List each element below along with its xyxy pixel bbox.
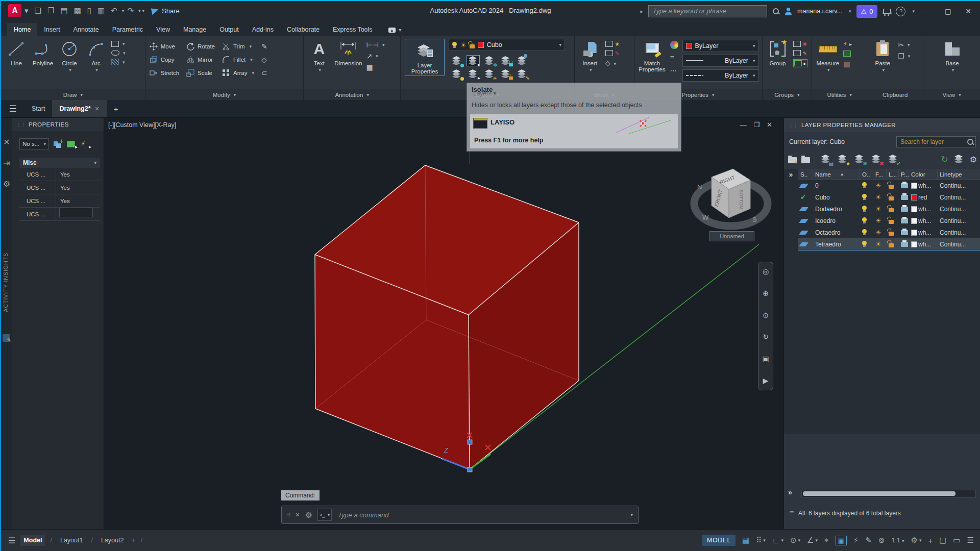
signed-in-user[interactable]: mariana.i.carv... <box>797 8 842 15</box>
arc-button[interactable]: Arc ▾ <box>85 39 107 72</box>
help-search-input[interactable] <box>648 5 767 17</box>
hatch-button[interactable]: ▾ <box>111 59 126 65</box>
status-menu-icon[interactable]: ☰ <box>967 536 974 545</box>
undo-icon[interactable]: ↶ <box>111 6 117 15</box>
command-line-window[interactable]: ⠿ ✕ ⚙ >_▾ ▾ <box>281 506 639 524</box>
freeze-icon[interactable]: ☀ <box>875 241 881 247</box>
workspace-icon[interactable]: ⊚ <box>878 536 885 545</box>
layer-change-button[interactable]: ✎ <box>516 69 528 79</box>
color-swatch[interactable] <box>911 241 917 247</box>
color-swatch[interactable] <box>911 194 917 201</box>
insert-button[interactable]: Insert ▾ <box>579 39 601 72</box>
store-cart-icon[interactable] <box>883 8 891 15</box>
selection-cycling-icon[interactable]: ▣ <box>836 536 847 545</box>
group-edit-button[interactable]: ✎ <box>793 50 807 56</box>
quick-properties-icon[interactable]: ⚡ <box>853 536 859 545</box>
pan-icon[interactable]: ⊕ <box>763 289 769 297</box>
palette-settings-icon[interactable]: ⚙ <box>3 179 10 189</box>
property-row[interactable]: UCS ... <box>19 208 100 221</box>
trim-button[interactable]: Trim▾ <box>222 42 254 51</box>
zoom-icon[interactable]: ⊙ <box>763 311 769 319</box>
drawing-viewport[interactable]: Z RIGHT FRONT BOTTOM N W S [-][Custom Vi… <box>104 118 783 529</box>
annotation-monitor-icon[interactable]: ✎ <box>865 536 872 545</box>
command-grip-icon[interactable]: ⠿ <box>287 512 290 518</box>
undo-caret-icon[interactable]: ▾ <box>122 8 125 13</box>
minimize-drawing-button[interactable]: — <box>740 121 746 129</box>
layer-thaw-all-button[interactable]: ☀ <box>483 69 496 79</box>
autohide-palette-icon[interactable]: ⇥ <box>3 158 10 168</box>
color-swatch[interactable] <box>911 183 917 189</box>
layer-row-icoedro[interactable]: Icoedro ☀ wh... Continu... <box>798 215 980 227</box>
layer-row-tetraedro[interactable]: Tetraedro ☀ wh... Continu... <box>798 238 980 250</box>
col-freeze[interactable]: F... <box>873 169 887 180</box>
redo-icon[interactable]: ↷ <box>127 6 134 15</box>
new-frozen-layer-icon[interactable]: ❄ <box>853 154 866 164</box>
fillet-button[interactable]: Fillet▾ <box>222 56 254 64</box>
tab-output[interactable]: Output <box>213 23 246 36</box>
select-objects-icon[interactable]: ▸ <box>66 139 77 148</box>
stretch-button[interactable]: Stretch <box>150 69 179 77</box>
ellipse-button[interactable]: ▾ <box>111 50 126 56</box>
polyline-button[interactable]: Polyline <box>32 39 54 66</box>
new-layer-icon[interactable]: ★ <box>837 154 849 164</box>
ortho-mode-icon[interactable]: ∟▾ <box>772 536 783 545</box>
navbar-more-icon[interactable]: ▶ <box>763 377 769 385</box>
annotation-panel-footer[interactable]: Annotation▾ <box>304 89 400 100</box>
plot-icon[interactable] <box>901 242 908 247</box>
delete-layer-icon[interactable]: ✖ <box>870 154 883 164</box>
circle-button[interactable]: Circle ▾ <box>58 39 81 72</box>
compass-s-label[interactable]: S <box>752 216 757 223</box>
base-caret-icon[interactable]: ▾ <box>952 67 954 72</box>
layer-row-octaedro[interactable]: Octaedro ☀ wh... Continu... <box>798 227 980 238</box>
line-button[interactable]: Line <box>5 39 28 66</box>
collapse-filter-pane-button[interactable]: » <box>784 169 798 434</box>
layer-lock-button[interactable] <box>500 56 512 66</box>
lock-icon[interactable] <box>889 243 894 247</box>
layer-unlock-button[interactable] <box>500 69 512 79</box>
refresh-icon[interactable]: ↻ <box>941 154 948 165</box>
set-current-layer-icon[interactable]: ✔ <box>887 154 899 164</box>
close-palette-icon[interactable]: ✕ <box>3 137 10 147</box>
app-menu-caret-icon[interactable]: ▾ <box>24 6 29 15</box>
edit-block-button[interactable]: ✎ <box>605 50 620 56</box>
quick-select-button[interactable]: ⚡▸ <box>843 41 852 47</box>
freeze-icon[interactable]: ☀ <box>875 229 881 236</box>
tab-drawing2[interactable]: Drawing2* ✕ <box>52 100 106 117</box>
layer-on-button[interactable] <box>451 69 463 79</box>
on-icon[interactable] <box>862 241 867 247</box>
feedback-icon[interactable] <box>3 334 10 342</box>
transfer-icon[interactable]: ▯ <box>87 6 91 15</box>
layer-search-icon[interactable] <box>967 138 974 145</box>
layer-unisolate-button[interactable] <box>516 56 528 66</box>
help-icon[interactable]: ? <box>896 7 905 16</box>
layout1-tab[interactable]: Layout1 <box>57 535 86 546</box>
layer-group-filter-icon[interactable] <box>801 157 810 163</box>
freeze-icon[interactable]: ☀ <box>875 206 881 212</box>
layer-filter-icon[interactable] <box>788 157 797 163</box>
text-button[interactable]: A Text ▾ <box>308 39 330 72</box>
col-status[interactable]: S.. <box>798 169 813 180</box>
offset-button[interactable]: ⊂ <box>261 69 267 77</box>
on-icon[interactable] <box>862 217 867 224</box>
toggle-pickadd-icon[interactable]: + <box>53 139 63 148</box>
lock-icon[interactable] <box>889 232 894 236</box>
group-selection-toggle[interactable]: ▸ <box>793 59 807 67</box>
lpm-grip-icon[interactable]: ⋮⋮ <box>789 122 798 128</box>
quick-calculator-button[interactable]: ▦ <box>843 60 852 68</box>
col-linetype[interactable]: Linetype <box>938 169 980 180</box>
compass-n-label[interactable]: N <box>697 183 702 191</box>
color-swatch[interactable] <box>911 218 917 224</box>
customization-gear-icon[interactable]: ⚙▾ <box>911 536 921 545</box>
plot-icon[interactable] <box>901 207 908 212</box>
linetype-icon[interactable]: ⋯ <box>670 66 678 74</box>
utilities-panel-footer[interactable]: Utilities▾ <box>812 89 867 100</box>
arc-caret-icon[interactable]: ▾ <box>95 67 98 72</box>
color-swatch[interactable] <box>911 206 917 212</box>
view-panel-footer[interactable]: View▾ <box>923 89 980 100</box>
lpm-settings-gear-icon[interactable]: ⚙ <box>970 155 977 164</box>
insert-caret-icon[interactable]: ▾ <box>590 67 592 72</box>
tab-express-tools[interactable]: Express Tools <box>326 23 379 36</box>
lpm-title-bar[interactable]: ⋮⋮ LAYER PROPERTIES MANAGER <box>784 118 980 132</box>
table-button[interactable]: ▦ <box>366 63 385 71</box>
property-row[interactable]: UCS ...Yes <box>19 194 100 208</box>
